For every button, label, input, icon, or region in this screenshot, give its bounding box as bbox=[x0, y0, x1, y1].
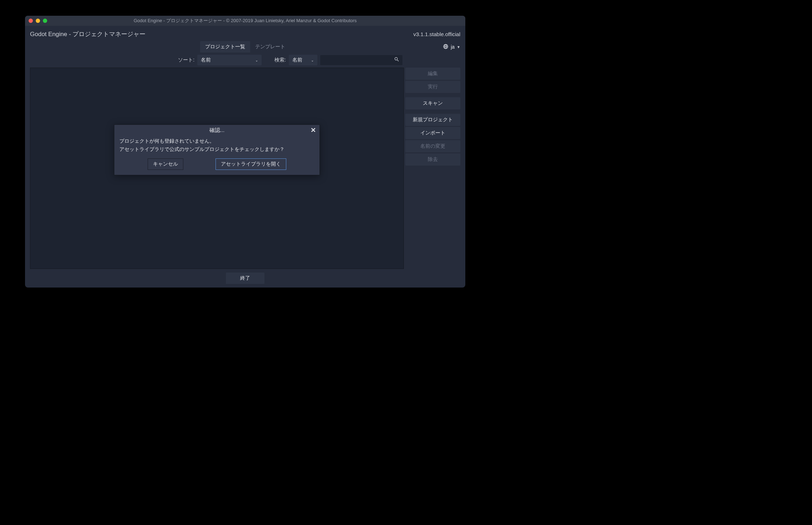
chevron-down-icon: ▼ bbox=[457, 45, 460, 49]
search-input[interactable] bbox=[320, 55, 402, 65]
search-label: 検索: bbox=[274, 57, 286, 63]
confirm-dialog: 確認... ✕ プロジェクトが何も登録されていません。 アセットライブラリで公式… bbox=[114, 124, 320, 175]
app-title: Godot Engine - プロジェクトマネージャー bbox=[30, 30, 145, 38]
dialog-buttons: キャンセル アセットライブラリを開く bbox=[114, 157, 320, 175]
dialog-line-2: アセットライブラリで公式のサンプルプロジェクトをチェックしますか？ bbox=[119, 145, 315, 153]
titlebar: Godot Engine - プロジェクトマネージャー - © 2007-201… bbox=[25, 16, 465, 26]
chevron-down-icon: ⌄ bbox=[311, 58, 314, 62]
sort-label: ソート: bbox=[178, 57, 194, 63]
search-field-value: 名前 bbox=[292, 57, 302, 63]
rename-button[interactable]: 名前の変更 bbox=[405, 140, 460, 152]
tabs: プロジェクト一覧 テンプレート bbox=[200, 41, 290, 53]
tab-templates[interactable]: テンプレート bbox=[250, 41, 290, 53]
dialog-title: 確認... ✕ bbox=[114, 125, 320, 135]
main-area: 確認... ✕ プロジェクトが何も登録されていません。 アセットライブラリで公式… bbox=[25, 68, 465, 269]
sort-value: 名前 bbox=[201, 57, 211, 63]
scan-button[interactable]: スキャン bbox=[405, 97, 460, 109]
globe-icon bbox=[443, 44, 449, 50]
app-window: Godot Engine - プロジェクトマネージャー - © 2007-201… bbox=[25, 16, 465, 288]
cancel-button[interactable]: キャンセル bbox=[148, 158, 183, 170]
project-list: 確認... ✕ プロジェクトが何も登録されていません。 アセットライブラリで公式… bbox=[30, 68, 404, 269]
search-icon bbox=[394, 57, 400, 64]
close-window-button[interactable] bbox=[29, 19, 33, 23]
search-field-dropdown[interactable]: 名前 ⌄ bbox=[289, 55, 317, 65]
remove-button[interactable]: 除去 bbox=[405, 153, 460, 166]
run-button[interactable]: 実行 bbox=[405, 81, 460, 93]
dialog-line-1: プロジェクトが何も登録されていません。 bbox=[119, 137, 315, 145]
tab-projects[interactable]: プロジェクト一覧 bbox=[200, 41, 250, 53]
version-label: v3.1.1.stable.official bbox=[414, 31, 460, 37]
header: Godot Engine - プロジェクトマネージャー v3.1.1.stabl… bbox=[25, 26, 465, 40]
sort-dropdown[interactable]: 名前 ⌄ bbox=[197, 55, 262, 65]
edit-button[interactable]: 編集 bbox=[405, 68, 460, 80]
window-title: Godot Engine - プロジェクトマネージャー - © 2007-201… bbox=[25, 18, 465, 24]
footer: 終了 bbox=[25, 269, 465, 288]
quit-button[interactable]: 終了 bbox=[226, 273, 264, 284]
window-controls bbox=[29, 19, 47, 23]
maximize-window-button[interactable] bbox=[43, 19, 47, 23]
sidebar: 編集 実行 スキャン 新規プロジェクト インポート 名前の変更 除去 bbox=[405, 68, 460, 269]
language-label: ja bbox=[451, 44, 455, 50]
new-project-button[interactable]: 新規プロジェクト bbox=[405, 114, 460, 126]
close-icon[interactable]: ✕ bbox=[311, 126, 316, 134]
minimize-window-button[interactable] bbox=[36, 19, 40, 23]
toolbar: ソート: 名前 ⌄ 検索: 名前 ⌄ bbox=[25, 55, 465, 68]
language-selector[interactable]: ja ▼ bbox=[443, 44, 460, 50]
open-asset-library-button[interactable]: アセットライブラリを開く bbox=[216, 158, 286, 170]
chevron-down-icon: ⌄ bbox=[255, 58, 258, 62]
import-button[interactable]: インポート bbox=[405, 127, 460, 139]
tabs-row: プロジェクト一覧 テンプレート ja ▼ bbox=[25, 40, 465, 55]
dialog-body: プロジェクトが何も登録されていません。 アセットライブラリで公式のサンプルプロジ… bbox=[114, 135, 320, 157]
